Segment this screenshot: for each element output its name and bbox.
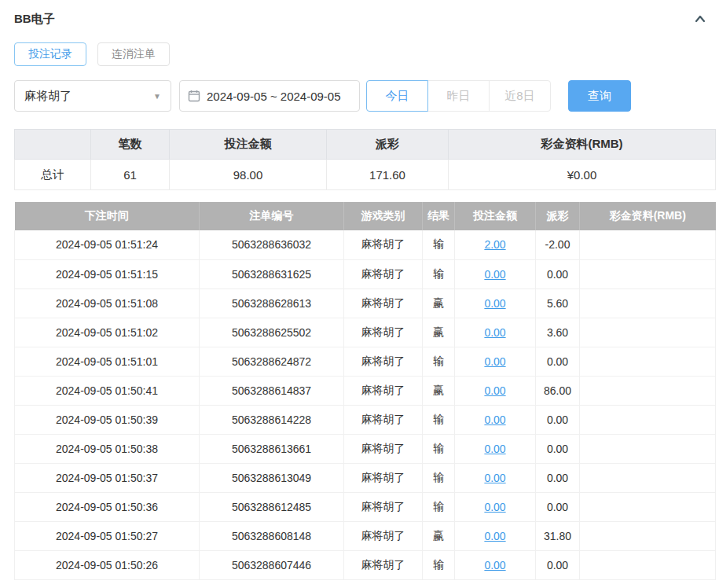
game-type-cell: 麻将胡了 [344,550,423,579]
game-select[interactable]: 麻将胡了 ▼ [14,80,171,112]
table-row: 2024-09-05 01:51:015063288624872麻将胡了输0.0… [15,347,716,376]
table-row: 2024-09-05 01:50:375063288613049麻将胡了输0.0… [15,463,716,492]
bet-amount-link[interactable]: 0.00 [484,559,505,571]
quick-today-button[interactable]: 今日 [366,80,428,112]
calendar-icon [188,90,200,102]
bet-time-cell: 2024-09-05 01:50:36 [15,492,200,521]
table-row: 2024-09-05 01:50:395063288614228麻将胡了输0.0… [15,405,716,434]
bet-table: 下注时间注单编号游戏类别结果投注金额派彩彩金资料(RMB) 2024-09-05… [14,202,716,580]
bet-amount-link[interactable]: 0.00 [484,413,505,426]
quick-date-buttons: 今日 昨日 近8日 [366,80,551,112]
result-cell: 输 [423,405,455,434]
bet-amount-cell: 0.00 [455,376,536,405]
bet-amount-cell: 0.00 [455,318,536,347]
bonus-cell [580,230,716,259]
column-header: 彩金资料(RMB) [580,202,716,230]
bet-amount-link[interactable]: 0.00 [484,443,505,455]
bet-time-cell: 2024-09-05 01:50:38 [15,434,200,463]
summary-column-header: 笔数 [91,130,170,160]
game-type-cell: 麻将胡了 [344,405,423,434]
bet-amount-link[interactable]: 0.00 [484,297,505,310]
bet-amount-cell: 0.00 [455,550,536,579]
quick-last8days-button[interactable]: 近8日 [489,80,551,112]
bonus-cell [580,521,716,550]
game-type-cell: 麻将胡了 [344,288,423,318]
result-cell: 输 [423,463,455,492]
bonus-cell [580,347,716,376]
panel-header: BB电子 [14,11,716,27]
bet-amount-cell: 0.00 [455,492,536,521]
payout-cell: 3.60 [536,318,580,347]
bet-time-cell: 2024-09-05 01:50:37 [15,463,200,492]
order-id-cell: 5063288608148 [200,521,344,550]
bet-time-cell: 2024-09-05 01:51:02 [15,318,200,347]
order-id-cell: 5063288613049 [200,463,344,492]
bet-amount-cell: 0.00 [455,347,536,376]
game-type-cell: 麻将胡了 [344,376,423,405]
order-id-cell: 5063288636032 [200,230,344,259]
order-id-cell: 5063288612485 [200,492,344,521]
date-range-value: 2024-09-05 ~ 2024-09-05 [207,90,341,103]
bet-amount-cell: 0.00 [455,434,536,463]
payout-cell: 5.60 [536,288,580,318]
bet-table-body: 2024-09-05 01:51:245063288636032麻将胡了输2.0… [15,230,716,579]
result-cell: 输 [423,230,455,259]
table-row: 2024-09-05 01:51:245063288636032麻将胡了输2.0… [15,230,716,259]
bet-amount-cell: 0.00 [455,405,536,434]
tab-bet-records[interactable]: 投注记录 [14,42,86,66]
payout-cell: 0.00 [536,259,580,288]
bet-amount-link[interactable]: 0.00 [484,501,505,513]
chevron-down-icon: ▼ [153,92,161,101]
collapse-button[interactable] [692,11,708,27]
result-cell: 赢 [423,318,455,347]
bet-time-cell: 2024-09-05 01:50:39 [15,405,200,434]
bet-time-cell: 2024-09-05 01:51:08 [15,288,200,318]
order-id-cell: 5063288631625 [200,259,344,288]
quick-yesterday-button[interactable]: 昨日 [427,80,490,112]
result-cell: 输 [423,492,455,521]
filter-bar: 麻将胡了 ▼ 2024-09-05 ~ 2024-09-05 今日 昨日 近8日… [14,80,716,112]
table-row: 2024-09-05 01:50:415063288614837麻将胡了赢0.0… [15,376,716,405]
search-button[interactable]: 查询 [568,80,631,112]
bet-amount-cell: 0.00 [455,259,536,288]
summary-value: 98.00 [170,160,327,190]
bet-table-header-row: 下注时间注单编号游戏类别结果投注金额派彩彩金资料(RMB) [15,202,716,230]
game-type-cell: 麻将胡了 [344,318,423,347]
bet-amount-cell: 0.00 [455,521,536,550]
bet-amount-link[interactable]: 0.00 [484,268,505,281]
game-type-cell: 麻将胡了 [344,521,423,550]
order-id-cell: 5063288613661 [200,434,344,463]
bet-time-cell: 2024-09-05 01:50:41 [15,376,200,405]
payout-cell: 31.80 [536,521,580,550]
date-range-picker[interactable]: 2024-09-05 ~ 2024-09-05 [179,80,360,112]
bet-amount-link[interactable]: 2.00 [484,238,505,251]
record-tabs: 投注记录 连消注单 [14,42,716,66]
game-type-cell: 麻将胡了 [344,463,423,492]
bonus-cell [580,492,716,521]
bet-time-cell: 2024-09-05 01:50:27 [15,521,200,550]
table-row: 2024-09-05 01:50:265063288607446麻将胡了输0.0… [15,550,716,579]
bet-amount-link[interactable]: 0.00 [484,355,505,368]
bet-amount-cell: 0.00 [455,288,536,318]
column-header: 结果 [423,202,455,230]
bet-amount-link[interactable]: 0.00 [484,326,505,339]
chevron-up-icon [693,12,707,26]
order-id-cell: 5063288614228 [200,405,344,434]
bet-time-cell: 2024-09-05 01:51:24 [15,230,200,259]
summary-column-header: 彩金资料(RMB) [449,130,716,160]
bet-amount-link[interactable]: 0.00 [484,530,505,542]
bet-amount-link[interactable]: 0.00 [484,472,505,484]
bet-amount-cell: 0.00 [455,463,536,492]
summary-header-row: 笔数投注金额派彩彩金资料(RMB) [15,130,716,160]
game-type-cell: 麻将胡了 [344,230,423,259]
page-title: BB电子 [14,12,55,27]
summary-column-header: 投注金额 [170,130,327,160]
order-id-cell: 5063288625502 [200,318,344,347]
summary-table: 笔数投注金额派彩彩金资料(RMB) 总计6198.00171.60¥0.00 [14,129,716,190]
tab-cancelled-orders[interactable]: 连消注单 [97,42,170,66]
bet-time-cell: 2024-09-05 01:50:26 [15,550,200,579]
bet-amount-link[interactable]: 0.00 [484,384,505,397]
table-row: 2024-09-05 01:50:365063288612485麻将胡了输0.0… [15,492,716,521]
result-cell: 赢 [423,376,455,405]
summary-value: 61 [91,160,170,190]
